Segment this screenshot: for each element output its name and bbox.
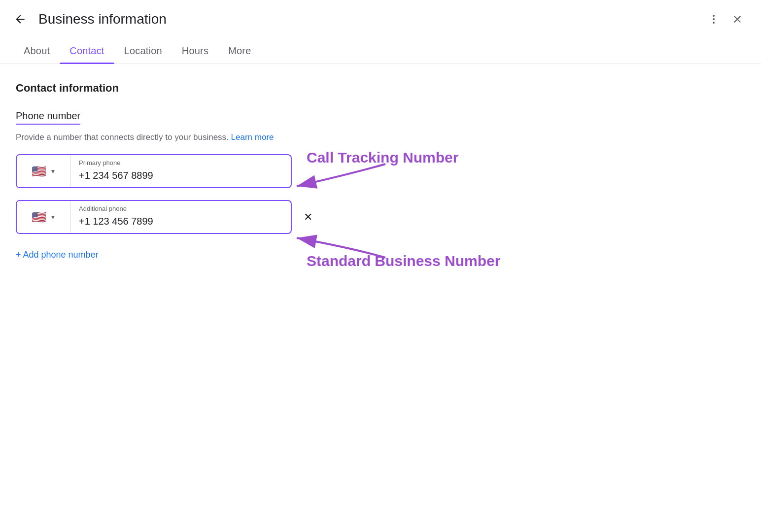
additional-dropdown-arrow-icon: ▼ [50, 214, 56, 221]
add-phone-button[interactable]: + Add phone number [16, 246, 99, 264]
back-button[interactable] [10, 9, 31, 30]
tab-contact[interactable]: Contact [60, 38, 114, 64]
additional-flag-icon: 🇺🇸 [32, 211, 46, 223]
header-actions [704, 9, 747, 29]
standard-business-annotation: Standard Business Number [307, 253, 500, 269]
svg-point-1 [713, 18, 715, 20]
phone-number-label: Phone number [16, 110, 80, 125]
additional-phone-group: 🇺🇸 ▼ Additional phone +1 123 456 7899 ✕ [16, 200, 428, 234]
content-area: Contact information Phone number Provide… [0, 64, 444, 294]
primary-dropdown-arrow-icon: ▼ [50, 168, 56, 175]
svg-point-0 [713, 15, 715, 17]
additional-phone-value[interactable]: +1 123 456 7899 [79, 216, 283, 229]
primary-phone-input-wrapper: 🇺🇸 ▼ Primary phone +1 234 567 8899 [16, 154, 292, 188]
additional-phone-field-container: Additional phone +1 123 456 7899 [71, 201, 291, 233]
learn-more-link[interactable]: Learn more [231, 133, 274, 142]
phone-number-section: Phone number Provide a number that conne… [16, 110, 428, 264]
more-options-button[interactable] [704, 9, 724, 29]
page-title: Business information [38, 11, 704, 27]
primary-country-selector[interactable]: 🇺🇸 ▼ [17, 155, 71, 187]
tab-about[interactable]: About [14, 38, 60, 64]
tab-hours[interactable]: Hours [172, 38, 218, 64]
add-phone-label: + Add phone number [16, 250, 99, 260]
close-button[interactable] [727, 9, 747, 29]
additional-country-selector[interactable]: 🇺🇸 ▼ [17, 201, 71, 233]
phone-description: Provide a number that connects directly … [16, 133, 428, 142]
svg-point-2 [713, 22, 715, 24]
primary-phone-value[interactable]: +1 234 567 8899 [79, 170, 283, 183]
header: Business information [0, 0, 761, 38]
call-tracking-annotation: Call Tracking Number [307, 149, 458, 166]
phone-groups-container: 🇺🇸 ▼ Primary phone +1 234 567 8899 Call … [16, 154, 428, 234]
additional-phone-field-label: Additional phone [79, 205, 127, 212]
remove-additional-phone-button[interactable]: ✕ [300, 207, 316, 228]
primary-phone-field-container: Primary phone +1 234 567 8899 [71, 155, 291, 187]
tab-more[interactable]: More [218, 38, 261, 64]
primary-phone-field-label: Primary phone [79, 159, 121, 166]
tab-location[interactable]: Location [114, 38, 172, 64]
additional-phone-input-wrapper: 🇺🇸 ▼ Additional phone +1 123 456 7899 [16, 200, 292, 234]
section-title: Contact information [16, 82, 428, 95]
tabs-bar: About Contact Location Hours More [0, 38, 761, 64]
primary-flag-icon: 🇺🇸 [32, 166, 46, 177]
